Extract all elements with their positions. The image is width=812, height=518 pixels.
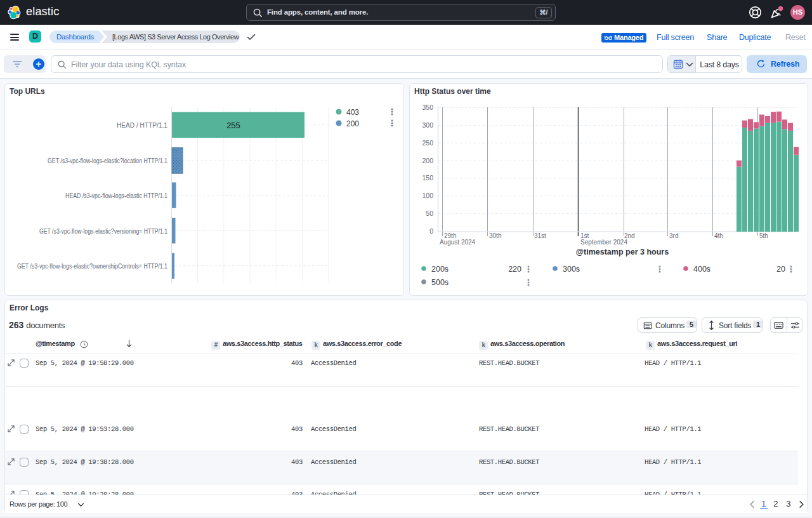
svg-text:220: 220 [508, 265, 521, 274]
svg-text:200: 200 [346, 119, 359, 128]
svg-text:3rd: 3rd [669, 232, 678, 239]
svg-text:5th: 5th [759, 232, 768, 239]
svg-text:31st: 31st [534, 232, 546, 239]
svg-text:2nd: 2nd [624, 232, 635, 239]
svg-text:200: 200 [422, 157, 433, 164]
svg-text:300: 300 [422, 121, 433, 129]
svg-text:400s: 400s [693, 265, 710, 274]
svg-text:August 2024: August 2024 [440, 239, 476, 246]
svg-text:HEAD / HTTP/1.1: HEAD / HTTP/1.1 [117, 122, 167, 129]
svg-text:@timestamp per 3 hours: @timestamp per 3 hours [576, 248, 669, 256]
svg-text:100: 100 [422, 192, 433, 199]
svg-text:GET /s3-vpc-flow-logs-elastic?: GET /s3-vpc-flow-logs-elastic?location H… [48, 157, 167, 164]
svg-text:30th: 30th [489, 232, 501, 239]
svg-text:50: 50 [426, 209, 433, 217]
svg-text:500s: 500s [431, 278, 449, 287]
svg-text:200s: 200s [431, 265, 449, 274]
svg-text:350: 350 [422, 103, 433, 111]
svg-text:4th: 4th [714, 232, 723, 239]
svg-text:150: 150 [422, 174, 433, 182]
svg-text:255: 255 [226, 121, 240, 130]
svg-text:300s: 300s [563, 265, 580, 274]
svg-text:GET /s3-vpc-flow-logs-elastic?: GET /s3-vpc-flow-logs-elastic?ownershipC… [17, 263, 167, 270]
svg-text:250: 250 [422, 139, 433, 147]
svg-text:403: 403 [346, 108, 359, 117]
svg-text:20: 20 [776, 265, 785, 274]
svg-text:HEAD /s3-vpc-flow-logs-elastic: HEAD /s3-vpc-flow-logs-elastic HTTP/1.1 [65, 192, 167, 199]
svg-text:GET /s3-vpc-flow-logs-elastic?: GET /s3-vpc-flow-logs-elastic?versioning… [39, 228, 167, 235]
svg-text:September 2024: September 2024 [580, 239, 627, 246]
svg-text:0: 0 [429, 227, 433, 235]
